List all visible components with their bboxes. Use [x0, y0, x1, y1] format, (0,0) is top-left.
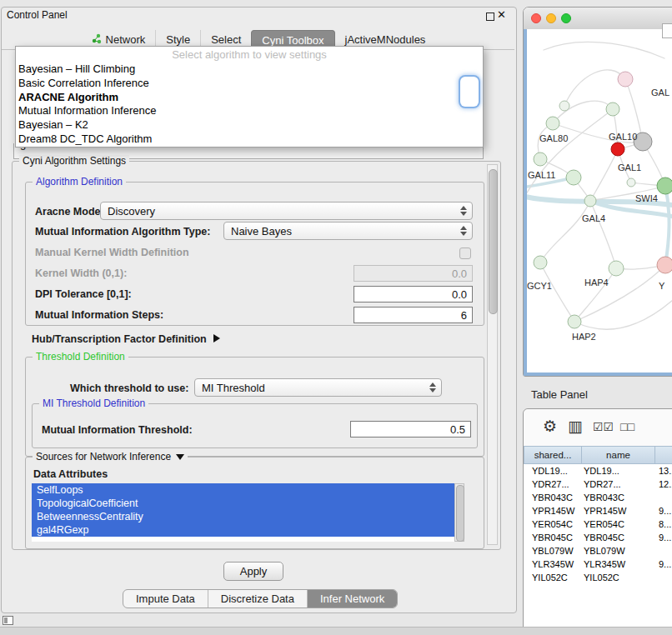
- dropdown-option-aracne-algorithm[interactable]: ARACNE Algorithm: [16, 90, 483, 104]
- table-cell: YBR045C: [582, 532, 655, 542]
- kernel-width-field[interactable]: [354, 265, 473, 282]
- network-view-window: GALGAL80GAL10GAL1GAL11SWI4GAL4GCY1HAP4YH…: [523, 7, 672, 377]
- close-button[interactable]: [531, 13, 541, 23]
- column-header-name[interactable]: name: [582, 446, 655, 464]
- network-window-titlebar[interactable]: [524, 8, 672, 30]
- focused-widget-fragment[interactable]: [460, 77, 479, 107]
- sources-group-toggle[interactable]: Sources for Network Inference: [33, 451, 188, 462]
- mi-threshold-field[interactable]: [350, 421, 471, 438]
- column-header-shared[interactable]: shared...: [524, 446, 582, 464]
- dropdown-option-bayesian-k2[interactable]: Bayesian – K2: [16, 118, 483, 132]
- table-cell: YIL052C: [582, 572, 655, 582]
- attribute-list-scrollbar[interactable]: [454, 483, 464, 542]
- network-node-label: GAL80: [539, 133, 568, 143]
- network-tab-icon: [91, 33, 102, 47]
- which-threshold-combobox[interactable]: MI Threshold: [194, 378, 442, 397]
- tab-label: Style: [166, 33, 190, 46]
- close-icon[interactable]: ✕: [497, 8, 506, 21]
- table-row[interactable]: YBR045CYBR045C9...: [524, 531, 672, 544]
- table-cell: 9...: [655, 532, 672, 542]
- table-header: shared...name: [524, 446, 672, 464]
- network-node-label: Y: [659, 281, 665, 291]
- network-node-label: GAL11: [528, 170, 555, 180]
- table-cell: YIL052C: [524, 572, 582, 582]
- table-cell: YLR345W: [524, 559, 582, 569]
- mi-threshold-label: Mutual Information Threshold:: [42, 424, 193, 436]
- network-node-label: GAL10: [609, 132, 637, 142]
- dropdown-option-dream8-dc-tdc-algorithm[interactable]: Dream8 DC_TDC Algorithm: [16, 132, 483, 146]
- column-browser-icon[interactable]: ▥: [568, 417, 583, 436]
- attribute-item-selfloops[interactable]: SelfLoops: [32, 483, 454, 497]
- network-node[interactable]: [546, 117, 559, 130]
- network-node[interactable]: [584, 195, 596, 207]
- bottom-tab-impute-data[interactable]: Impute Data: [123, 590, 208, 608]
- network-node[interactable]: [657, 257, 672, 273]
- attribute-list: SelfLoopsTopologicalCoefficientBetweenne…: [32, 483, 454, 542]
- deselect-all-icon[interactable]: □□: [620, 420, 634, 433]
- network-node-label: GAL: [651, 88, 669, 98]
- combo-updown-icon: [460, 226, 467, 236]
- network-node[interactable]: [609, 261, 624, 276]
- column-header-clipped[interactable]: [655, 446, 672, 464]
- network-node[interactable]: [627, 178, 635, 187]
- network-node[interactable]: [611, 142, 624, 156]
- screen: Control Panel ✕ NetworkStyleSelectCyni T…: [0, 0, 672, 635]
- table-row[interactable]: YLR345WYLR345W9...: [524, 558, 672, 571]
- mi-steps-label: Mutual Information Steps:: [35, 309, 163, 321]
- network-node[interactable]: [566, 170, 581, 185]
- network-node-label: GAL1: [618, 162, 641, 172]
- panel-corner-icon[interactable]: [3, 616, 13, 625]
- bottom-tab-discretize-data[interactable]: Discretize Data: [208, 590, 307, 608]
- attribute-item-betweennesscentrality[interactable]: BetweennessCentrality: [32, 510, 454, 523]
- select-all-icon[interactable]: ☑☑: [593, 420, 614, 433]
- table-row[interactable]: YDL19...YDL19...13...: [524, 464, 672, 478]
- gear-icon[interactable]: ⚙: [543, 417, 557, 436]
- table-row[interactable]: YBL079WYBL079W: [524, 544, 672, 558]
- dpi-tolerance-field[interactable]: [354, 286, 473, 302]
- mi-steps-field[interactable]: [354, 307, 473, 323]
- settings-scrollbar[interactable]: [487, 164, 498, 545]
- float-window-icon[interactable]: [486, 12, 494, 21]
- scrollbar-thumb[interactable]: [456, 485, 464, 542]
- table-row[interactable]: YIL052CYIL052C: [524, 571, 672, 584]
- network-graph: GALGAL80GAL10GAL1GAL11SWI4GAL4GCY1HAP4YH…: [527, 29, 672, 372]
- table-row[interactable]: YDR27...YDR27...12...: [524, 478, 672, 491]
- manual-kernel-checkbox[interactable]: [459, 248, 471, 259]
- network-scroll-corner[interactable]: [662, 23, 672, 38]
- aracne-mode-combobox[interactable]: Discovery: [100, 202, 473, 220]
- mi-type-combobox[interactable]: Naive Bayes: [223, 222, 473, 240]
- hub-definition-toggle[interactable]: Hub/Transcription Factor Definition: [32, 333, 220, 345]
- network-edge: [544, 42, 664, 58]
- dropdown-option-basic-correlation-inference[interactable]: Basic Correlation Inference: [16, 76, 483, 90]
- network-node[interactable]: [568, 315, 581, 328]
- network-canvas[interactable]: GALGAL80GAL10GAL1GAL11SWI4GAL4GCY1HAP4YH…: [524, 29, 672, 376]
- attribute-item-topologicalcoefficient[interactable]: TopologicalCoefficient: [32, 497, 454, 510]
- bottom-tab-infer-network[interactable]: Infer Network: [307, 590, 397, 608]
- table-panel-title: Table Panel: [531, 388, 588, 401]
- mi-type-value: Naive Bayes: [231, 225, 292, 238]
- collapse-down-icon: [176, 454, 184, 460]
- table-cell: YBL079W: [582, 546, 655, 556]
- zoom-button[interactable]: [561, 13, 571, 23]
- settings-scrollbar-thumb[interactable]: [489, 169, 498, 314]
- table-row[interactable]: YER054CYER054C8...: [524, 518, 672, 531]
- network-node[interactable]: [618, 72, 633, 87]
- network-node[interactable]: [657, 178, 672, 194]
- network-node[interactable]: [559, 101, 569, 111]
- minimize-button[interactable]: [546, 13, 556, 23]
- network-node[interactable]: [606, 102, 619, 116]
- algorithm-dropdown: Select algorithm to view settingsBayesia…: [15, 46, 484, 148]
- attribute-item-gal4rgexp[interactable]: gal4RGexp: [32, 523, 454, 537]
- network-node[interactable]: [534, 152, 547, 166]
- kernel-width-label: Kernel Width (0,1):: [35, 268, 127, 279]
- table-row[interactable]: YPR145WYPR145W9...: [524, 504, 672, 518]
- table-row[interactable]: YBR043CYBR043C: [524, 491, 672, 504]
- apply-button[interactable]: Apply: [223, 562, 283, 581]
- dropdown-option-bayesian-hill-climbing[interactable]: Bayesian – Hill Climbing: [16, 62, 483, 76]
- table-cell: YBR043C: [524, 492, 582, 502]
- tab-label: Network: [106, 33, 146, 46]
- table-cell: 12...: [655, 479, 672, 489]
- dropdown-option-mutual-information-inference[interactable]: Mutual Information Inference: [16, 103, 483, 118]
- tab-label: Select: [211, 33, 241, 46]
- network-node[interactable]: [534, 256, 547, 269]
